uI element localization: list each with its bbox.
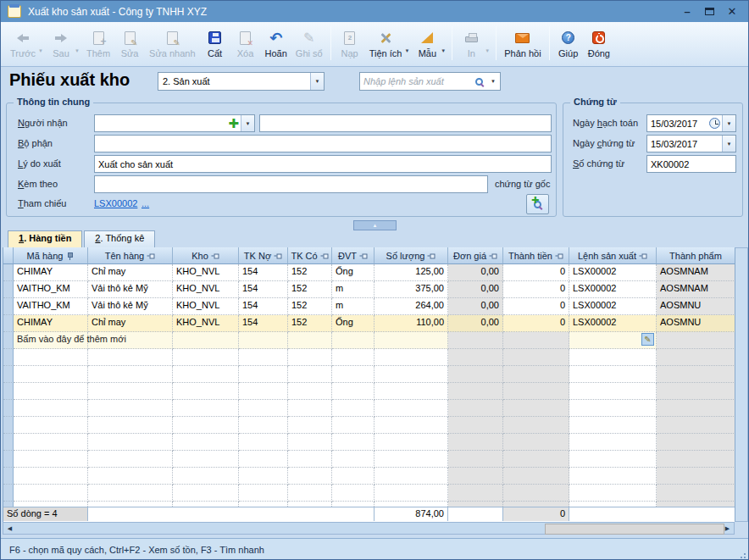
collapse-splitter[interactable]: ▲: [353, 220, 397, 230]
grid-cell[interactable]: KHO_NVL: [173, 315, 239, 332]
grid-cell[interactable]: [14, 485, 88, 502]
grid-cell[interactable]: [657, 400, 735, 417]
table-row[interactable]: [3, 366, 735, 383]
grid-cell[interactable]: [14, 502, 88, 507]
grid-cell[interactable]: [173, 502, 239, 507]
grid-cell[interactable]: [657, 451, 735, 468]
vertical-scrollbar[interactable]: [735, 247, 748, 522]
pin-icon[interactable]: [428, 252, 436, 259]
grid-cell[interactable]: [288, 468, 332, 485]
chevron-down-icon[interactable]: ▼: [310, 73, 324, 90]
grid-cell[interactable]: [14, 417, 88, 434]
grid-cell[interactable]: 0,00: [448, 315, 503, 332]
column-header-8[interactable]: Đơn giá: [448, 247, 503, 264]
grid-cell[interactable]: LSX00002: [569, 281, 657, 298]
grid-cell[interactable]: 0: [503, 298, 569, 315]
grid-cell[interactable]: 0,00: [448, 298, 503, 315]
grid-cell[interactable]: Vải thô kẻ Mỹ: [88, 298, 173, 315]
grid-cell[interactable]: [88, 366, 173, 383]
grid-cell[interactable]: 125,00: [374, 264, 448, 281]
grid-cell[interactable]: [569, 434, 657, 451]
toolbar-button-them[interactable]: Thêm: [82, 27, 114, 60]
grid-cell[interactable]: [374, 417, 448, 434]
search-icon[interactable]: [475, 78, 483, 86]
grid-cell[interactable]: [332, 451, 374, 468]
row-indicator[interactable]: [3, 502, 14, 507]
toolbar-button-ghi-so[interactable]: ✎Ghi sổ: [291, 27, 327, 60]
grid-cell[interactable]: [288, 383, 332, 400]
grid-cell[interactable]: Ống: [332, 264, 374, 281]
grid-cell[interactable]: [448, 349, 503, 366]
scroll-left-icon[interactable]: ◀: [3, 523, 16, 534]
grid-cell[interactable]: [288, 434, 332, 451]
add-search-button[interactable]: ✚: [526, 194, 549, 214]
toolbar-button-sau[interactable]: Sau: [46, 27, 76, 60]
grid-cell[interactable]: [239, 485, 288, 502]
document-date-dropdown-icon[interactable]: ▼: [722, 136, 735, 152]
grid-cell[interactable]: [503, 485, 569, 502]
pin-icon[interactable]: [275, 252, 283, 259]
grid-cell[interactable]: [569, 451, 657, 468]
pin-icon[interactable]: [360, 252, 369, 259]
grid-cell[interactable]: [288, 451, 332, 468]
toolbar-button-nap[interactable]: Nạp: [335, 27, 365, 60]
toolbar-button-tien-ich[interactable]: Tiện ích: [365, 27, 407, 60]
grid-cell[interactable]: [88, 400, 173, 417]
row-indicator[interactable]: [3, 383, 14, 400]
grid-cell[interactable]: KHO_NVL: [173, 298, 239, 315]
toolbar-button-in[interactable]: In: [456, 27, 486, 60]
grid-cell[interactable]: [14, 400, 88, 417]
grid-cell[interactable]: [288, 502, 332, 507]
grid-cell[interactable]: [657, 434, 735, 451]
reference-more-link[interactable]: ...: [141, 198, 149, 208]
grid-cell[interactable]: [173, 485, 239, 502]
toolbar-button-xoa[interactable]: Xóa: [230, 27, 261, 60]
pin-icon[interactable]: [320, 252, 329, 259]
search-dropdown-icon[interactable]: ▼: [486, 73, 500, 90]
grid-cell[interactable]: [448, 383, 503, 400]
grid-cell[interactable]: [239, 451, 288, 468]
grid-cell[interactable]: [288, 400, 332, 417]
grid-cell[interactable]: [657, 417, 735, 434]
grid-cell[interactable]: 110,00: [374, 315, 448, 332]
grid-cell[interactable]: [239, 366, 288, 383]
pin-icon[interactable]: [147, 252, 156, 259]
document-no-field[interactable]: [646, 155, 736, 173]
grid-cell[interactable]: [374, 366, 448, 383]
grid-cell[interactable]: [239, 332, 288, 349]
toolbar-button-cat[interactable]: Cất: [200, 27, 230, 60]
grid-cell[interactable]: 154: [239, 315, 288, 332]
row-indicator[interactable]: [3, 332, 14, 349]
posting-date-field[interactable]: ▼: [646, 114, 736, 132]
grid-cell[interactable]: [332, 434, 374, 451]
grid-cell[interactable]: Ống: [332, 315, 374, 332]
grid-cell[interactable]: [503, 502, 569, 507]
grid-cell[interactable]: [503, 383, 569, 400]
dropdown-caret-icon[interactable]: ▼: [75, 48, 80, 53]
row-indicator[interactable]: [3, 417, 14, 434]
grid-cell[interactable]: [332, 383, 374, 400]
column-header-4[interactable]: TK Nợ: [239, 247, 288, 264]
grid-cell[interactable]: 0: [503, 281, 569, 298]
resize-grip[interactable]: [738, 551, 746, 558]
grid-cell[interactable]: [569, 417, 657, 434]
column-header-5[interactable]: TK Có: [288, 247, 332, 264]
grid-cell[interactable]: 264,00: [374, 298, 448, 315]
grid-cell[interactable]: [173, 400, 239, 417]
grid-cell[interactable]: [503, 451, 569, 468]
toolbar-button-mau[interactable]: Mẫu: [412, 27, 442, 60]
grid-cell[interactable]: VAITHO_KM: [14, 298, 88, 315]
grid-cell[interactable]: CHIMAY: [14, 264, 88, 281]
grid-cell[interactable]: [657, 349, 735, 366]
grid-cell[interactable]: [88, 434, 173, 451]
horizontal-scrollbar[interactable]: ◀ ▶: [3, 522, 735, 535]
table-row[interactable]: CHIMAYChỉ mayKHO_NVL154152Ống110,000,000…: [3, 315, 735, 332]
grid-cell[interactable]: m: [332, 298, 374, 315]
grid-cell[interactable]: 0: [503, 315, 569, 332]
grid-cell[interactable]: [448, 451, 503, 468]
column-header-6[interactable]: ĐVT: [332, 247, 374, 264]
grid-cell[interactable]: [14, 383, 88, 400]
row-indicator[interactable]: [3, 485, 14, 502]
grid-cell[interactable]: [173, 349, 239, 366]
grid-add-row[interactable]: ✎Bấm vào đây để thêm mới: [3, 332, 735, 349]
